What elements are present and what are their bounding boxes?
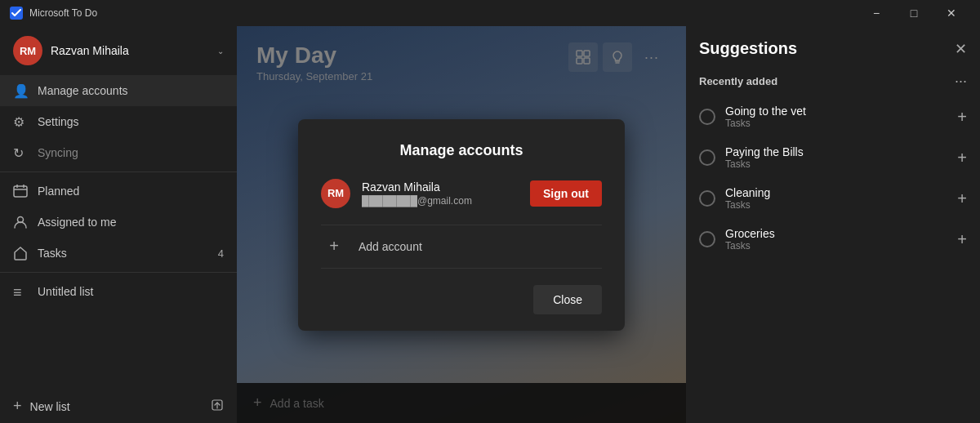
suggestion-item-groceries[interactable]: Groceries Tasks + <box>686 219 980 260</box>
maximize-button[interactable]: □ <box>895 0 933 26</box>
chevron-down-icon: ⌄ <box>217 47 224 56</box>
tasks-badge: 4 <box>218 247 224 260</box>
task-circle-icon <box>699 109 715 125</box>
suggestion-name: Going to the vet <box>725 105 947 118</box>
add-plus-icon: + <box>321 234 347 260</box>
account-name: Razvan Mihaila <box>362 180 519 194</box>
sidebar-item-label: Planned <box>38 185 79 198</box>
export-icon <box>211 399 224 415</box>
suggestion-info: Paying the Bills Tasks <box>725 145 947 170</box>
suggestion-item-cleaning[interactable]: Cleaning Tasks + <box>686 178 980 219</box>
person-icon: 👤 <box>13 83 28 98</box>
suggestions-panel: Suggestions ✕ Recently added ··· Going t… <box>686 26 980 423</box>
sidebar-item-untitled[interactable]: ≡ Untitled list <box>0 276 237 307</box>
task-circle-icon <box>699 190 715 207</box>
task-circle-icon <box>699 149 715 166</box>
task-circle-icon <box>699 231 715 247</box>
new-list-label: New list <box>30 400 70 413</box>
close-button[interactable]: ✕ <box>933 0 970 26</box>
sync-icon: ↻ <box>13 145 28 160</box>
sidebar-item-syncing[interactable]: ↻ Syncing <box>0 137 237 168</box>
account-info: Razvan Mihaila ████████@gmail.com <box>362 180 519 207</box>
suggestion-sub: Tasks <box>725 118 947 129</box>
modal-title: Manage accounts <box>321 142 602 159</box>
suggestions-header: Suggestions ✕ <box>686 26 980 66</box>
modal-avatar: RM <box>321 179 350 208</box>
user-profile[interactable]: RM Razvan Mihaila ⌄ <box>0 26 237 75</box>
app-logo: Microsoft To Do <box>10 7 97 20</box>
calendar-icon <box>13 184 28 198</box>
account-email: ████████@gmail.com <box>362 195 519 207</box>
sidebar-item-settings[interactable]: ⚙ Settings <box>0 106 237 137</box>
main-layout: RM Razvan Mihaila ⌄ 👤 Manage accounts ⚙ … <box>0 26 980 423</box>
sidebar-item-label: Settings <box>38 115 79 128</box>
sidebar-item-label: Untitled list <box>38 285 93 298</box>
add-suggestion-button[interactable]: + <box>957 149 967 167</box>
sidebar: RM Razvan Mihaila ⌄ 👤 Manage accounts ⚙ … <box>0 26 237 423</box>
section-title: Recently added <box>699 75 777 87</box>
sidebar-divider-2 <box>0 272 237 273</box>
app-icon <box>10 7 23 20</box>
app-title: Microsoft To Do <box>29 7 97 19</box>
sidebar-item-label: Assigned to me <box>38 216 117 229</box>
sign-out-button[interactable]: Sign out <box>530 180 602 207</box>
new-list-plus-icon: + <box>13 398 22 415</box>
suggestion-name: Paying the Bills <box>725 145 947 158</box>
home-icon <box>13 246 28 260</box>
suggestions-title: Suggestions <box>699 39 797 58</box>
sidebar-item-planned[interactable]: Planned <box>0 176 237 207</box>
modal-overlay: Manage accounts RM Razvan Mihaila ██████… <box>237 26 686 423</box>
suggestion-info: Cleaning Tasks <box>725 186 947 211</box>
add-suggestion-button[interactable]: + <box>957 230 967 249</box>
sidebar-item-label: Manage accounts <box>38 84 128 97</box>
window-controls: − □ ✕ <box>858 0 970 26</box>
sidebar-item-tasks[interactable]: Tasks 4 <box>0 238 237 269</box>
account-row: RM Razvan Mihaila ████████@gmail.com Sig… <box>321 179 602 208</box>
suggestion-name: Cleaning <box>725 186 947 199</box>
avatar: RM <box>13 36 42 65</box>
add-account-row[interactable]: + Add account <box>321 225 602 269</box>
suggestion-item-vet[interactable]: Going to the vet Tasks + <box>686 96 980 137</box>
add-account-label: Add account <box>359 240 422 253</box>
modal-footer: Close <box>321 285 602 314</box>
assigned-icon <box>13 215 28 229</box>
section-more-button[interactable]: ··· <box>955 73 967 90</box>
list-icon: ≡ <box>13 284 28 299</box>
add-suggestion-button[interactable]: + <box>957 108 967 127</box>
suggestion-info: Going to the vet Tasks <box>725 105 947 129</box>
close-button[interactable]: Close <box>533 285 602 314</box>
suggestion-name: Groceries <box>725 227 947 240</box>
suggestion-info: Groceries Tasks <box>725 227 947 252</box>
suggestion-item-bills[interactable]: Paying the Bills Tasks + <box>686 137 980 178</box>
user-name: Razvan Mihaila <box>51 44 209 57</box>
manage-accounts-modal: Manage accounts RM Razvan Mihaila ██████… <box>298 119 625 331</box>
suggestion-sub: Tasks <box>725 199 947 211</box>
titlebar: Microsoft To Do − □ ✕ <box>0 0 980 26</box>
sidebar-item-assigned-to-me[interactable]: Assigned to me <box>0 207 237 238</box>
sidebar-item-manage-accounts[interactable]: 👤 Manage accounts <box>0 75 237 106</box>
settings-icon: ⚙ <box>13 114 28 129</box>
sidebar-item-label: Tasks <box>38 247 67 260</box>
minimize-button[interactable]: − <box>858 0 895 26</box>
suggestion-sub: Tasks <box>725 240 947 252</box>
svg-rect-1 <box>14 186 27 197</box>
recently-added-header: Recently added ··· <box>686 66 980 96</box>
suggestions-close-button[interactable]: ✕ <box>955 40 967 58</box>
add-suggestion-button[interactable]: + <box>957 189 967 208</box>
suggestion-sub: Tasks <box>725 158 947 170</box>
main-content: My Day Thursday, September 21 <box>237 26 686 423</box>
sidebar-item-label: Syncing <box>38 146 78 159</box>
sidebar-footer[interactable]: + New list <box>0 390 237 423</box>
sidebar-divider <box>0 171 237 172</box>
